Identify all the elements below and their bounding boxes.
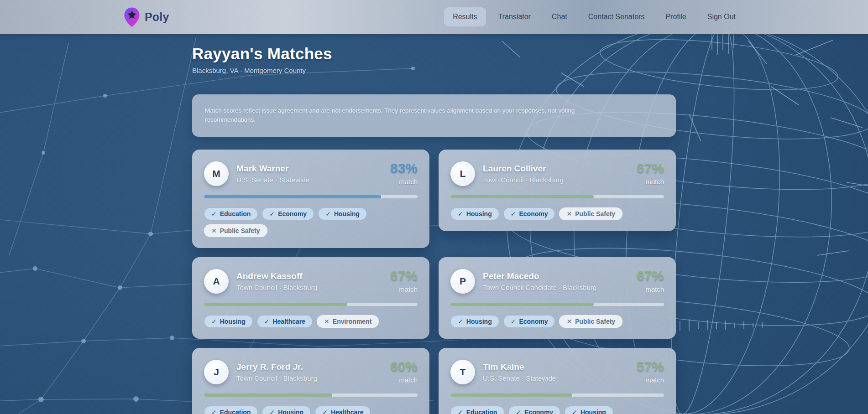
candidate-name: Jerry R. Ford Jr. xyxy=(236,362,317,372)
agree-tag-education: ✓Education xyxy=(204,406,258,414)
agree-tag-economy: ✓Economy xyxy=(508,406,560,414)
candidate-name: Peter Macedo xyxy=(483,271,596,281)
results-page: Rayyan's Matches Blacksburg, VA · Montgo… xyxy=(192,45,676,414)
agree-tag-education: ✓Education xyxy=(204,207,258,220)
brand[interactable]: Poly xyxy=(124,7,169,27)
candidate-name: Lauren Colliver xyxy=(483,164,564,174)
location-subtitle: Blacksburg, VA · Montgomery County xyxy=(192,67,676,74)
match-score-box: 60%match xyxy=(390,360,418,384)
disagree-tag-environment: ✕Environment xyxy=(317,315,379,328)
match-cards-grid: MMark WarnerU.S. Senate · Statewide83%ma… xyxy=(192,150,676,414)
agree-tag-economy: ✓Economy xyxy=(262,207,314,220)
issue-tags: ✓Education✓Economy✓Housing✕Public Safety xyxy=(204,207,418,237)
issue-tag-label: Housing xyxy=(334,210,360,217)
match-percent: 67% xyxy=(637,161,664,175)
match-card-header: AAndrew KassoffTown Council · Blacksburg… xyxy=(204,269,418,294)
match-caption: match xyxy=(390,376,418,384)
agree-tag-housing: ✓Housing xyxy=(450,207,499,220)
agree-tag-education: ✓Education xyxy=(450,406,504,414)
nav-item-chat[interactable]: Chat xyxy=(543,7,576,26)
disagree-tag-public-safety: ✕Public Safety xyxy=(559,207,622,220)
candidate-avatar: M xyxy=(204,161,229,186)
nav-item-sign-out[interactable]: Sign Out xyxy=(699,7,744,26)
check-icon: ✓ xyxy=(458,210,463,217)
disclaimer-text: Match scores reflect issue agreement and… xyxy=(205,106,620,125)
match-progress-fill xyxy=(450,303,594,306)
match-progress-track xyxy=(450,195,664,198)
issue-tag-label: Healthcare xyxy=(331,409,364,414)
candidate-avatar: A xyxy=(204,269,229,294)
agree-tag-housing: ✓Housing xyxy=(450,315,499,328)
candidate-name: Mark Warner xyxy=(236,164,309,174)
match-card-header: JJerry R. Ford Jr.Town Council · Blacksb… xyxy=(204,360,418,384)
match-score-box: 57%match xyxy=(637,360,664,384)
nav-item-contact-senators[interactable]: Contact Senators xyxy=(580,7,654,26)
disclaimer-banner: Match scores reflect issue agreement and… xyxy=(192,94,676,137)
check-icon: ✓ xyxy=(458,318,463,325)
issue-tag-label: Environment xyxy=(333,318,372,325)
match-score-box: 67%match xyxy=(637,269,664,293)
x-icon: ✕ xyxy=(566,318,572,325)
disagree-tag-public-safety: ✕Public Safety xyxy=(559,315,622,328)
match-score-box: 83%match xyxy=(390,161,418,186)
issue-tags: ✓Education✓Housing✓Healthcare✕Environmen… xyxy=(204,406,418,414)
match-score-box: 67%match xyxy=(390,269,418,293)
agree-tag-economy: ✓Economy xyxy=(503,315,555,328)
check-icon: ✓ xyxy=(211,210,217,217)
match-card-header: PPeter MacedoTown Council Candidate · Bl… xyxy=(450,269,664,294)
issue-tags: ✓Education✓Economy✓Housing✕Transportatio… xyxy=(450,406,664,414)
match-caption: match xyxy=(637,178,664,186)
check-icon: ✓ xyxy=(211,318,217,325)
match-score-box: 67%match xyxy=(637,161,664,186)
issue-tag-label: Housing xyxy=(278,409,303,414)
match-caption: match xyxy=(637,376,664,384)
candidate-identity: Tim KaineU.S. Senate · Statewide xyxy=(483,362,556,382)
match-card-peter-macedo[interactable]: PPeter MacedoTown Council Candidate · Bl… xyxy=(439,257,676,339)
nav-item-translator[interactable]: Translator xyxy=(490,7,539,26)
check-icon: ✓ xyxy=(264,318,270,325)
logo-pin-icon xyxy=(124,7,140,27)
disagree-tag-public-safety: ✕Public Safety xyxy=(204,224,267,237)
main-nav: ResultsTranslatorChatContact SenatorsPro… xyxy=(444,7,744,26)
issue-tag-label: Public Safety xyxy=(575,318,615,325)
match-card-header: MMark WarnerU.S. Senate · Statewide83%ma… xyxy=(204,161,418,186)
candidate-identity: Andrew KassoffTown Council · Blacksburg xyxy=(236,271,317,291)
issue-tag-label: Economy xyxy=(519,210,548,217)
issue-tag-label: Education xyxy=(220,210,251,217)
issue-tag-label: Education xyxy=(466,409,497,414)
match-progress-track xyxy=(450,393,664,397)
candidate-avatar: P xyxy=(450,269,475,294)
match-card-jerry-r-ford-jr[interactable]: JJerry R. Ford Jr.Town Council · Blacksb… xyxy=(192,348,429,414)
candidate-name: Andrew Kassoff xyxy=(236,271,317,281)
agree-tag-housing: ✓Housing xyxy=(204,315,253,328)
candidate-name: Tim Kaine xyxy=(483,362,556,372)
candidate-identity: Peter MacedoTown Council Candidate · Bla… xyxy=(483,271,596,291)
match-card-header: LLauren ColliverTown Council · Blacksbur… xyxy=(450,161,664,186)
match-percent: 67% xyxy=(390,269,418,283)
page-title: Rayyan's Matches xyxy=(192,45,676,63)
candidate-role: Town Council · Blacksburg xyxy=(236,374,317,382)
match-percent: 57% xyxy=(637,360,664,373)
agree-tag-healthcare: ✓Healthcare xyxy=(257,315,313,328)
match-percent: 60% xyxy=(390,360,418,373)
check-icon: ✓ xyxy=(511,210,516,217)
issue-tags: ✓Housing✓Economy✕Public Safety xyxy=(450,207,664,220)
match-card-mark-warner[interactable]: MMark WarnerU.S. Senate · Statewide83%ma… xyxy=(192,150,429,248)
match-progress-fill xyxy=(204,303,347,306)
match-percent: 83% xyxy=(390,161,418,175)
agree-tag-housing: ✓Housing xyxy=(565,406,613,414)
match-progress-fill xyxy=(450,195,594,198)
match-card-lauren-colliver[interactable]: LLauren ColliverTown Council · Blacksbur… xyxy=(439,150,676,231)
match-progress-track xyxy=(204,195,418,198)
match-caption: match xyxy=(390,178,418,186)
nav-item-results[interactable]: Results xyxy=(444,7,486,26)
check-icon: ✓ xyxy=(322,409,328,414)
match-card-tim-kaine[interactable]: TTim KaineU.S. Senate · Statewide57%matc… xyxy=(439,348,676,414)
candidate-avatar: T xyxy=(450,360,475,384)
issue-tags: ✓Housing✓Economy✕Public Safety xyxy=(450,315,664,328)
match-progress-fill xyxy=(450,393,572,397)
match-card-andrew-kassoff[interactable]: AAndrew KassoffTown Council · Blacksburg… xyxy=(192,257,429,339)
nav-item-profile[interactable]: Profile xyxy=(657,7,695,26)
match-percent: 67% xyxy=(637,269,664,283)
issue-tag-label: Healthcare xyxy=(272,318,305,325)
